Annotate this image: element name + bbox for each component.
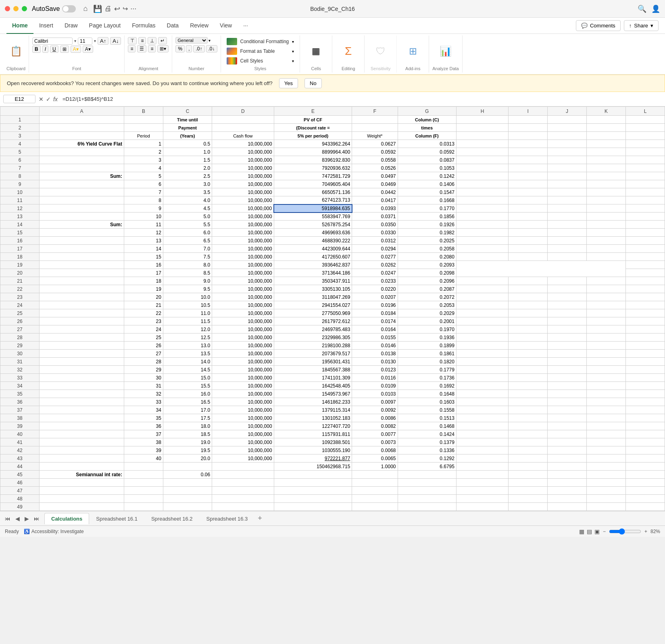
cell-37-e[interactable]: 1379115.314 — [274, 406, 352, 414]
cell-31-a[interactable] — [39, 358, 124, 366]
font-increase-btn[interactable]: A↑ — [98, 37, 108, 45]
cell-5-a[interactable] — [39, 148, 124, 156]
cell-24-c[interactable]: 10.5 — [163, 301, 212, 309]
cell-9-e[interactable]: 7049605.404 — [274, 180, 352, 188]
bold-button[interactable]: B — [32, 46, 41, 53]
cell-19-c[interactable]: 8.0 — [163, 261, 212, 269]
cell-13-l[interactable] — [626, 213, 665, 221]
cell-46-h[interactable] — [456, 479, 508, 487]
cell-8-k[interactable] — [587, 172, 626, 180]
cell-6-d[interactable]: 10,000,000 — [212, 156, 274, 164]
cell-44-b[interactable] — [124, 463, 163, 471]
cell-37-k[interactable] — [587, 406, 626, 414]
cell-18-k[interactable] — [587, 253, 626, 261]
cell-17-k[interactable] — [587, 245, 626, 253]
cell-48-i[interactable] — [509, 495, 548, 503]
cell-17-i[interactable] — [509, 245, 548, 253]
cell-24-l[interactable] — [626, 301, 665, 309]
cell-5-l[interactable] — [626, 148, 665, 156]
cell-30-a[interactable] — [39, 350, 124, 358]
cell-12-k[interactable] — [587, 204, 626, 213]
font-size-input[interactable] — [78, 38, 92, 45]
cell-16-e[interactable]: 4688390.222 — [274, 237, 352, 245]
cell-37-l[interactable] — [626, 406, 665, 414]
cell-23-k[interactable] — [587, 293, 626, 301]
maximize-button[interactable] — [22, 6, 27, 11]
minimize-button[interactable] — [13, 6, 19, 11]
fx-icon[interactable]: fx — [53, 96, 58, 102]
cell-48-j[interactable] — [548, 495, 587, 503]
col-header-c[interactable]: C — [163, 107, 212, 116]
cell-12-c[interactable]: 4.5 — [163, 204, 212, 213]
cell-18-i[interactable] — [509, 253, 548, 261]
cell-41-c[interactable]: 19.0 — [163, 438, 212, 446]
cell-45-i[interactable] — [509, 471, 548, 479]
cell-1-g[interactable]: Column (C) — [398, 116, 456, 124]
table-row[interactable]: 742.010,000,0007920936.6320.05260.1053 — [0, 164, 665, 172]
cell-5-c[interactable]: 1.0 — [163, 148, 212, 156]
col-header-k[interactable]: K — [587, 107, 626, 116]
cell-34-i[interactable] — [509, 382, 548, 390]
cell-26-f[interactable]: 0.0174 — [352, 317, 398, 325]
cell-38-e[interactable]: 1301052.183 — [274, 414, 352, 422]
cell-31-l[interactable] — [626, 358, 665, 366]
table-row[interactable]: 282512.510,000,0002329986.3050.01550.193… — [0, 333, 665, 342]
cell-37-c[interactable]: 17.0 — [163, 406, 212, 414]
cell-18-c[interactable]: 7.5 — [163, 253, 212, 261]
cell-2-l[interactable] — [626, 124, 665, 132]
cell-25-h[interactable] — [456, 309, 508, 317]
cell-29-k[interactable] — [587, 342, 626, 350]
cell-13-k[interactable] — [587, 213, 626, 221]
cell-38-h[interactable] — [456, 414, 508, 422]
cell-22-a[interactable] — [39, 285, 124, 293]
cell-41-g[interactable]: 0.1379 — [398, 438, 456, 446]
cell-46-l[interactable] — [626, 479, 665, 487]
save-icon[interactable]: 💾 — [93, 4, 102, 13]
cell-6-e[interactable]: 8396192.830 — [274, 156, 352, 164]
cell-15-a[interactable] — [39, 229, 124, 237]
cell-25-e[interactable]: 2775050.969 — [274, 309, 352, 317]
formula-input[interactable] — [61, 95, 662, 103]
cell-30-l[interactable] — [626, 350, 665, 358]
normal-view-icon[interactable]: ▦ — [579, 528, 584, 535]
cell-14-g[interactable]: 0.1926 — [398, 221, 456, 229]
cell-40-g[interactable]: 0.1424 — [398, 430, 456, 438]
cell-11-e[interactable]: 6274123.713 — [274, 196, 352, 204]
cell-28-g[interactable]: 0.1936 — [398, 333, 456, 342]
cell-21-k[interactable] — [587, 277, 626, 285]
cell-31-d[interactable]: 10,000,000 — [212, 358, 274, 366]
conditional-formatting-btn[interactable]: Conditional Formatting ▾ — [224, 37, 297, 46]
cell-33-f[interactable]: 0.0116 — [352, 374, 398, 382]
cell-2-g[interactable]: times — [398, 124, 456, 132]
cell-14-c[interactable]: 5.5 — [163, 221, 212, 229]
cell-40-i[interactable] — [509, 430, 548, 438]
cell-34-h[interactable] — [456, 382, 508, 390]
cell-36-j[interactable] — [548, 398, 587, 406]
cell-25-f[interactable]: 0.0184 — [352, 309, 398, 317]
cell-7-d[interactable]: 10,000,000 — [212, 164, 274, 172]
table-row[interactable]: 8Sum:52.510,000,0007472581.7290.04970.12… — [0, 172, 665, 180]
cell-40-e[interactable]: 1157931.811 — [274, 430, 352, 438]
cell-7-j[interactable] — [548, 164, 587, 172]
table-row[interactable]: 14Sum:115.510,000,0005267875.2540.03500.… — [0, 221, 665, 229]
tab-draw[interactable]: Draw — [59, 18, 83, 34]
cell-9-k[interactable] — [587, 180, 626, 188]
cell-5-d[interactable]: 10,000,000 — [212, 148, 274, 156]
cell-33-g[interactable]: 0.1736 — [398, 374, 456, 382]
cell-13-f[interactable]: 0.0371 — [352, 213, 398, 221]
cell-39-h[interactable] — [456, 422, 508, 430]
cell-49-d[interactable] — [212, 503, 274, 511]
cell-48-k[interactable] — [587, 495, 626, 503]
cell-5-f[interactable]: 0.0592 — [352, 148, 398, 156]
cell-45-h[interactable] — [456, 471, 508, 479]
cell-9-j[interactable] — [548, 180, 587, 188]
cell-43-g[interactable]: 0.1292 — [398, 454, 456, 463]
table-row[interactable]: 18157.510,000,0004172650.6070.02770.2080 — [0, 253, 665, 261]
cell-12-e[interactable]: 5918984.635 — [274, 204, 352, 213]
col-header-l[interactable]: L — [626, 107, 665, 116]
sensitivity-button[interactable]: 🛡 — [373, 44, 389, 58]
cell-31-b[interactable]: 28 — [124, 358, 163, 366]
cell-32-f[interactable]: 0.0123 — [352, 366, 398, 374]
col-header-a[interactable]: A — [39, 107, 124, 116]
add-sheet-button[interactable]: + — [254, 514, 265, 523]
